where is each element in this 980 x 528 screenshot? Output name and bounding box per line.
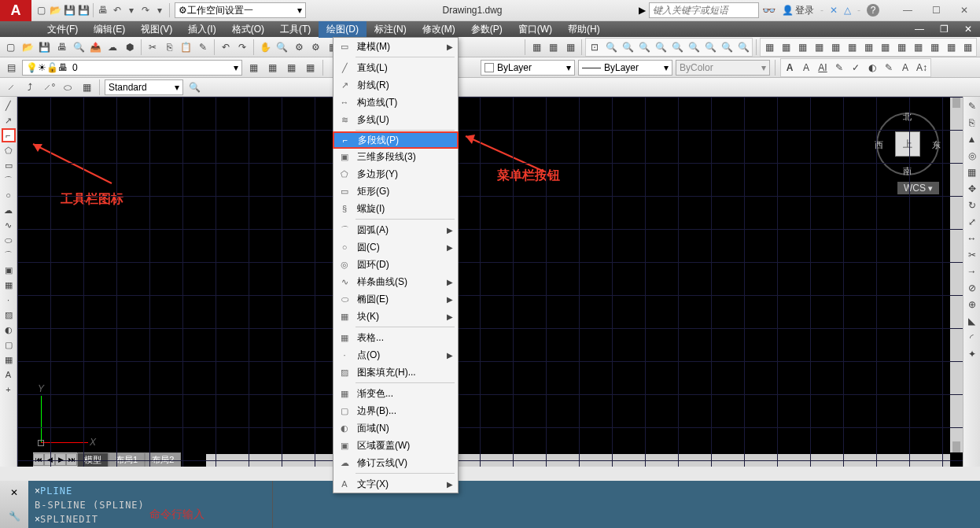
addsel-icon[interactable]: +	[2, 382, 16, 397]
offset-icon[interactable]: ◎	[964, 148, 980, 164]
text-icon[interactable]: A	[798, 60, 814, 76]
tool-icon[interactable]: ▦	[827, 39, 843, 55]
zoom-icon[interactable]: 🔍	[669, 39, 685, 55]
redo-icon[interactable]: ↷	[139, 4, 152, 17]
menu-item[interactable]: ▣区域覆盖(W)	[333, 437, 458, 454]
menu-format[interactable]: 格式(O)	[224, 21, 272, 38]
insert-icon[interactable]: ▣	[2, 263, 16, 277]
menu-help[interactable]: 帮助(H)	[560, 21, 608, 38]
menu-item[interactable]: ▭建模(M)▶	[333, 38, 458, 55]
dropdown-icon[interactable]: ▾	[153, 4, 166, 17]
dropdown-icon[interactable]: ▾	[125, 4, 138, 17]
tool-icon[interactable]: ✎	[831, 60, 847, 76]
tool-icon[interactable]: ▦	[563, 39, 579, 55]
tool-icon[interactable]: A↕	[914, 60, 930, 76]
circle-icon[interactable]: ○	[2, 188, 16, 202]
wcs-badge[interactable]: WCS ▾	[897, 182, 939, 194]
menu-item[interactable]: ▭矩形(G)	[333, 183, 458, 200]
ellipse-icon[interactable]: ⬭	[2, 233, 16, 247]
tool-icon[interactable]: A	[897, 60, 913, 76]
tool-icon[interactable]: ▦	[245, 60, 261, 76]
layer-icon[interactable]: ▤	[3, 60, 19, 76]
zoom-icon[interactable]: 🔍	[603, 39, 619, 55]
mirror-icon[interactable]: ▲	[964, 131, 980, 147]
menu-item[interactable]: ⌐多段线(P)	[333, 131, 459, 149]
revcloud-icon[interactable]: ☁	[2, 203, 16, 217]
print-icon[interactable]: 🖶	[97, 4, 109, 17]
plotstyle-dropdown[interactable]: ByColor▾	[676, 60, 770, 76]
color-dropdown[interactable]: ByLayer▾	[481, 60, 575, 76]
stretch-icon[interactable]: ↔	[964, 231, 980, 246]
tool-icon[interactable]: ⚙	[291, 39, 307, 55]
paste-icon[interactable]: 📋	[179, 39, 194, 55]
menu-window[interactable]: 窗口(W)	[510, 21, 560, 38]
menu-item[interactable]: ⌒圆弧(A)▶	[333, 221, 458, 238]
menu-item[interactable]: ▨图案填充(H)...	[333, 364, 458, 381]
tool-icon[interactable]: ⟋°	[41, 79, 57, 95]
tab-layout1[interactable]: 布局1	[109, 452, 145, 467]
tool-icon[interactable]: ▦	[761, 39, 777, 55]
tool-icon[interactable]: ▦	[927, 39, 942, 55]
menu-item[interactable]: ▢边界(B)...	[333, 402, 458, 419]
save-icon[interactable]: 💾	[63, 4, 76, 17]
menu-item[interactable]: ≋多线(U)	[333, 111, 458, 128]
tab-layout2[interactable]: 布局2	[145, 452, 181, 467]
cut-icon[interactable]: ✂	[145, 39, 160, 55]
workspace-input[interactable]	[187, 5, 297, 16]
save-icon[interactable]: 💾	[37, 39, 53, 55]
textstyle-dropdown[interactable]: Standard▾	[105, 79, 183, 95]
menu-item[interactable]: ╱直线(L)	[333, 59, 458, 76]
menu-item[interactable]: ⬠多边形(Y)	[333, 165, 458, 183]
vertical-scrollbar[interactable]	[950, 97, 963, 452]
menu-dimension[interactable]: 标注(N)	[367, 21, 414, 38]
join-icon[interactable]: ⊕	[964, 297, 980, 312]
text-icon[interactable]: A	[782, 60, 798, 76]
tool-icon[interactable]: ▦	[546, 39, 562, 55]
zoom-icon[interactable]: 🔍	[620, 39, 636, 55]
undo-icon[interactable]: ↶	[111, 4, 123, 17]
menu-item[interactable]: ▦表格...	[333, 329, 458, 346]
new-icon[interactable]: ▢	[35, 4, 47, 17]
linetype-dropdown[interactable]: —— ByLayer▾	[578, 60, 672, 76]
tool-icon[interactable]: ⤴	[22, 79, 38, 95]
tool-icon[interactable]: ◐	[864, 60, 880, 76]
undo-icon[interactable]: ↶	[218, 39, 234, 55]
exchange-icon[interactable]: ✕	[830, 5, 838, 16]
cmd-wrench-icon[interactable]: 🔧	[9, 511, 20, 522]
new-icon[interactable]: ▢	[3, 39, 19, 55]
tool-icon[interactable]: ▦	[283, 60, 299, 76]
tool-icon[interactable]: ✎	[881, 60, 897, 76]
tool-icon[interactable]: ▦	[893, 39, 909, 55]
zoom-icon[interactable]: 🔍	[686, 39, 702, 55]
menu-item[interactable]: ○圆(C)▶	[333, 238, 458, 256]
saveas-icon[interactable]: 💾	[77, 4, 90, 17]
play-icon[interactable]: ▶	[639, 5, 646, 16]
cloud-icon[interactable]: △	[844, 5, 851, 16]
tool-icon[interactable]: ▦	[79, 79, 94, 95]
zoom-icon[interactable]: 🔍	[274, 39, 290, 55]
cloud-icon[interactable]: ☁	[105, 39, 121, 55]
tool-icon[interactable]: ▦	[529, 39, 544, 55]
drawing-canvas[interactable]: 工具栏图标 菜单栏按钮 Y X 上 北 东 南 西 WCS ▾ ⏮ ◀ ▶	[17, 97, 963, 467]
menu-item[interactable]: ↗射线(R)	[333, 76, 458, 94]
view-cube[interactable]: 上 北 东 南 西	[876, 113, 939, 175]
menu-item[interactable]: ▦块(K)▶	[333, 308, 458, 325]
menu-item[interactable]: ∿样条曲线(S)▶	[333, 273, 458, 290]
tool-icon[interactable]: ▦	[943, 39, 959, 55]
tab-last[interactable]: ⏭	[66, 453, 77, 466]
ellipsearc-icon[interactable]: ⌒	[2, 248, 16, 262]
menu-item[interactable]: ·点(O)▶	[333, 346, 458, 364]
menu-item[interactable]: ▦渐变色...	[333, 385, 458, 402]
xline-icon[interactable]: ↗	[2, 113, 16, 127]
search-input[interactable]	[649, 2, 759, 18]
break-icon[interactable]: ⊘	[964, 280, 980, 296]
polygon-icon[interactable]: ⬠	[2, 143, 16, 157]
help-icon[interactable]: ?	[867, 4, 879, 17]
tool-icon[interactable]: ▦	[264, 60, 280, 76]
search-icon[interactable]: 👓	[762, 4, 776, 17]
menu-view[interactable]: 视图(V)	[133, 21, 180, 38]
layer-dropdown[interactable]: 💡 ☀ 🔓 🖶 0 ▾	[22, 60, 242, 76]
tab-model[interactable]: 模型	[77, 452, 109, 467]
copy-icon[interactable]: ⎘	[964, 115, 980, 131]
menu-item[interactable]: ↔构造线(T)	[333, 94, 458, 111]
